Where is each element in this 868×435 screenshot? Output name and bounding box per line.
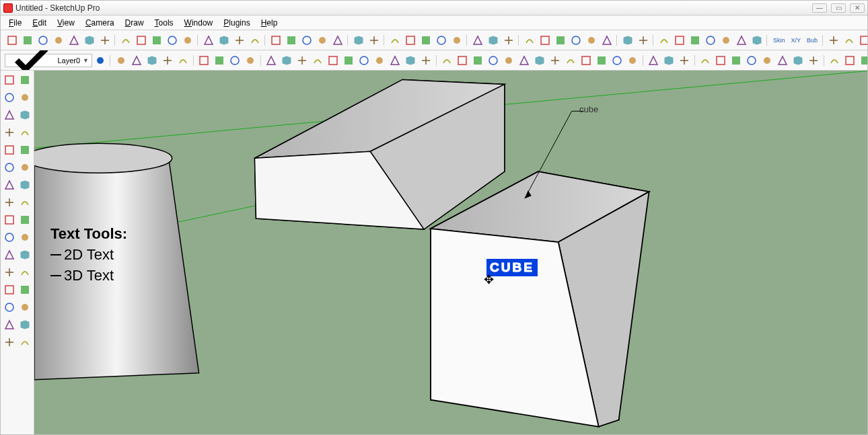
toolbar-section-d[interactable] xyxy=(569,33,583,48)
toolbar-plane-f[interactable] xyxy=(791,53,805,68)
toolbar-cube-sub[interactable] xyxy=(160,53,175,68)
toolbar-sweep2[interactable] xyxy=(330,33,345,48)
toolbar-calc[interactable] xyxy=(372,53,387,68)
toolbar-align-l[interactable] xyxy=(625,53,640,68)
menu-plugins[interactable]: Plugins xyxy=(218,17,255,29)
toolbar-poly1[interactable] xyxy=(388,53,402,68)
tool-select-arrow[interactable] xyxy=(2,72,17,88)
toolbar-stop-rec[interactable] xyxy=(857,33,867,48)
toolbar-align-m[interactable] xyxy=(646,53,661,68)
toolbar-rect-dashed[interactable] xyxy=(36,33,50,48)
toolbar-eye[interactable] xyxy=(620,33,635,48)
toolbar-tick[interactable] xyxy=(227,53,242,68)
toolbar-plane-e[interactable] xyxy=(775,53,790,68)
tool-follow-me-red[interactable] xyxy=(18,159,33,175)
toolbar-align-k[interactable] xyxy=(610,53,624,68)
toolbar-chart[interactable] xyxy=(677,53,692,68)
toolbar-cube-solid[interactable] xyxy=(82,33,97,48)
toolbar-follow-me[interactable] xyxy=(449,33,464,48)
layer-dropdown[interactable]: Layer0 ▼ xyxy=(5,54,92,67)
tool-freehand-red[interactable] xyxy=(18,107,33,123)
tool-pan[interactable] xyxy=(18,264,33,280)
toolbar-align-j[interactable] xyxy=(594,53,609,68)
tool-prev-view[interactable] xyxy=(18,299,33,315)
toolbar-iso[interactable] xyxy=(118,33,133,48)
viewport[interactable]: cube CUBE ✥ Text Tools: 2D Text 3D Text xyxy=(34,71,867,435)
tool-offset[interactable] xyxy=(2,194,17,210)
toolbar-section-a[interactable] xyxy=(522,33,537,48)
toolbar-section-c[interactable] xyxy=(553,33,568,48)
menu-camera[interactable]: Camera xyxy=(80,17,120,29)
toolbar-align-f[interactable] xyxy=(532,53,547,68)
toolbar-arc[interactable] xyxy=(217,33,231,48)
toolbar-text-xy[interactable]: X/Y xyxy=(789,33,804,48)
tool-dimension[interactable] xyxy=(18,212,33,228)
toolbar-hand[interactable] xyxy=(129,53,144,68)
menu-tools[interactable]: Tools xyxy=(149,17,179,29)
menu-window[interactable]: Window xyxy=(179,17,219,29)
toolbar-arc2[interactable] xyxy=(232,33,247,48)
toolbar-cube-wire[interactable] xyxy=(51,33,66,48)
toolbar-align-g[interactable] xyxy=(548,53,563,68)
toolbar-hatch-g[interactable] xyxy=(750,33,764,48)
toolbar-plane-a[interactable] xyxy=(713,53,728,68)
toolbar-cube-add[interactable] xyxy=(145,53,159,68)
tool-walk[interactable] xyxy=(2,317,17,333)
tool-rectangle[interactable] xyxy=(2,107,17,123)
toolbar-bb-blue[interactable] xyxy=(326,53,340,68)
menu-draw[interactable]: Draw xyxy=(120,17,149,29)
toolbar-cube-dashed[interactable] xyxy=(98,33,112,48)
toolbar-plane-g[interactable] xyxy=(806,53,821,68)
toolbar-tape[interactable] xyxy=(470,33,485,48)
text3d-object[interactable]: CUBE xyxy=(486,259,538,276)
toolbar-front[interactable] xyxy=(149,33,164,48)
toolbar-orbit[interactable] xyxy=(636,33,651,48)
toolbar-person[interactable] xyxy=(661,53,676,68)
toolbar-align-h[interactable] xyxy=(563,53,578,68)
toolbar-protractor[interactable] xyxy=(486,33,501,48)
toolbar-plane-c[interactable] xyxy=(744,53,759,68)
tool-move-red[interactable] xyxy=(2,177,17,193)
tool-zoom-extents2[interactable] xyxy=(2,299,17,315)
toolbar-box-red[interactable] xyxy=(196,53,211,68)
tool-axes-tool[interactable] xyxy=(2,247,17,263)
tool-scale-red[interactable] xyxy=(18,194,33,210)
toolbar-half-arc[interactable] xyxy=(248,33,262,48)
menu-edit[interactable]: Edit xyxy=(27,17,52,29)
toolbar-axes2[interactable] xyxy=(212,53,227,68)
tool-arc-red[interactable] xyxy=(18,142,33,158)
toolbar-persp[interactable] xyxy=(180,33,195,48)
toolbar-line[interactable] xyxy=(351,33,366,48)
tool-zoom-window[interactable] xyxy=(18,282,33,298)
tool-section[interactable] xyxy=(18,334,33,350)
toolbar-circle-arcs[interactable] xyxy=(201,33,216,48)
toolbar-hatch-f[interactable] xyxy=(734,33,749,48)
toolbar-scale[interactable] xyxy=(403,33,418,48)
toolbar-stop[interactable] xyxy=(826,33,841,48)
toolbar-fence[interactable] xyxy=(698,53,713,68)
toolbar-rotate[interactable] xyxy=(388,33,402,48)
toolbar-section-b[interactable] xyxy=(538,33,552,48)
toolbar-globe[interactable] xyxy=(419,53,433,68)
toolbar-cube-shaded[interactable] xyxy=(67,33,81,48)
tool-protractor2[interactable] xyxy=(2,229,17,245)
tool-eraser[interactable] xyxy=(18,89,33,106)
menu-help[interactable]: Help xyxy=(256,17,283,29)
toolbar-hatch-a[interactable] xyxy=(657,33,672,48)
toolbar-sun[interactable] xyxy=(341,53,356,68)
toolbar-text-bub[interactable]: Bub xyxy=(804,33,820,48)
tool-polygon[interactable] xyxy=(2,142,17,158)
toolbar-play[interactable] xyxy=(842,33,857,48)
tool-orbit2[interactable] xyxy=(2,264,17,280)
toolbar-arrow-green[interactable] xyxy=(279,53,294,68)
menu-file[interactable]: File xyxy=(3,17,27,29)
tool-zoom[interactable] xyxy=(2,282,17,298)
toolbar-align-i[interactable] xyxy=(579,53,593,68)
toolbar-hatch-d[interactable] xyxy=(703,33,718,48)
toolbar-dim[interactable] xyxy=(243,53,258,68)
toolbar-axes[interactable] xyxy=(501,33,516,48)
tool-tape-measure[interactable] xyxy=(2,212,17,228)
toolbar-align-b[interactable] xyxy=(470,53,485,68)
toolbar-text-skin[interactable]: Skin xyxy=(770,33,788,48)
toolbar-rt-cyan[interactable] xyxy=(310,53,325,68)
